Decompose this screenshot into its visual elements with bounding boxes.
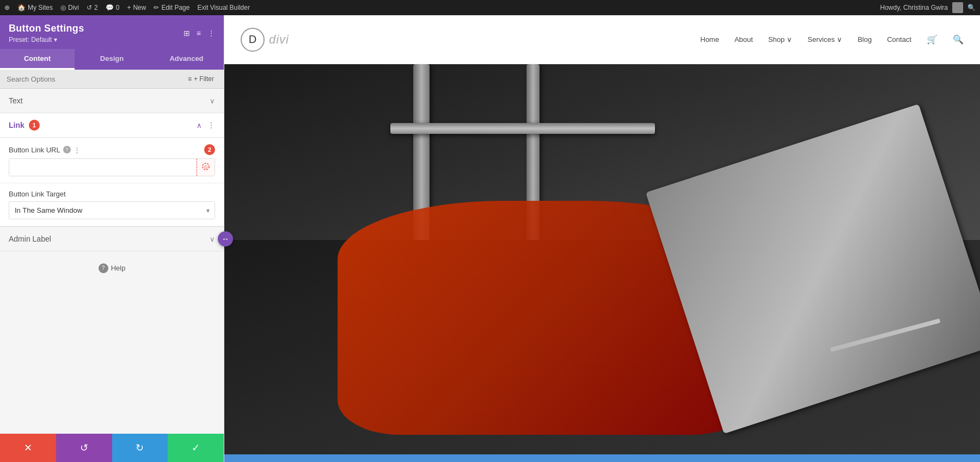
button-link-target-field: Button Link Target In The Same Window In… (0, 183, 224, 226)
link-badge: 1 (29, 120, 40, 131)
nav-shop[interactable]: Shop ∨ (768, 35, 792, 44)
pipe-3 (602, 123, 655, 134)
preset-chevron-icon: ▾ (54, 36, 57, 44)
target-field-label: Button Link Target (9, 190, 66, 198)
search-admin-icon[interactable]: 🔍 (967, 4, 976, 11)
url-dynamic-icon[interactable]: ⊙ (197, 159, 215, 176)
tab-advanced[interactable]: Advanced (149, 49, 224, 70)
help-link[interactable]: ? Help (99, 263, 126, 273)
left-panel: Button Settings Preset: Default ▾ ⊞ ≡ ⋮ … (0, 15, 224, 462)
hero-right (602, 64, 980, 454)
admin-bar: ⊕ 🏠 My Sites ◎ Divi ↺ 2 💬 0 + New ✏ Edit… (0, 0, 980, 15)
admin-bar-right: Howdy, Christina Gwira 🔍 (880, 2, 976, 13)
plus-icon: + (127, 4, 131, 11)
cart-icon[interactable]: 🛒 (927, 34, 938, 45)
help-section: ? Help (0, 251, 224, 284)
link-target-select[interactable]: In The Same Window In The New Tab (9, 201, 215, 219)
new-item[interactable]: + New (127, 4, 146, 11)
filter-button[interactable]: ≡ + Filter (185, 74, 217, 84)
search-nav-icon[interactable]: 🔍 (953, 34, 964, 45)
url-input-wrap: ⊙ (9, 158, 215, 176)
admin-label-text: Admin Label (9, 235, 51, 243)
action-bar: ✕ ↺ ↻ ✓ (0, 434, 224, 462)
site-nav-links: Home About Shop ∨ Services ∨ Blog Contac… (700, 34, 964, 45)
services-dropdown-icon: ∨ (837, 35, 842, 44)
admin-label-section[interactable]: Admin Label ∨ (0, 227, 224, 251)
blue-bar (224, 454, 980, 462)
pencil-icon: ✏ (154, 4, 159, 11)
target-label-row: Button Link Target (9, 190, 215, 198)
updates-icon: ↺ (87, 4, 92, 11)
link-header-right: ∧ ⋮ (197, 121, 215, 130)
home-icon: 🏠 (17, 4, 26, 11)
panel-more-icon[interactable]: ⋮ (207, 29, 215, 38)
text-section-chevron: ∨ (210, 97, 215, 105)
search-options-input[interactable] (7, 75, 180, 83)
button-link-url-field: Button Link URL ? ⋮ 2 ⊙ (0, 138, 224, 183)
comments-item[interactable]: 💬 0 (106, 4, 120, 11)
text-section-label: Text (9, 96, 23, 105)
user-greeting: Howdy, Christina Gwira (880, 4, 948, 11)
save-button[interactable]: ✓ (168, 434, 224, 462)
url-field-badge: 2 (204, 144, 215, 155)
nav-about[interactable]: About (734, 35, 753, 44)
redo-button[interactable]: ↻ (112, 434, 168, 462)
link-section-more-icon[interactable]: ⋮ (207, 121, 215, 130)
site-nav: D divi Home About Shop ∨ Services ∨ Blog… (224, 15, 980, 64)
tab-content[interactable]: Content (0, 49, 75, 70)
panel-grid-icon[interactable]: ⊞ (183, 29, 190, 38)
admin-label-chevron: ∨ (210, 235, 215, 243)
exit-builder-item[interactable]: Exit Visual Builder (197, 4, 250, 11)
button-link-url-input[interactable] (9, 159, 197, 175)
shop-dropdown-icon: ∨ (787, 35, 792, 44)
logo-circle: D (241, 28, 265, 52)
nav-services[interactable]: Services ∨ (807, 35, 842, 44)
divi-ring-icon: ◎ (60, 4, 66, 11)
link-section-header: Link 1 ∧ ⋮ (0, 113, 224, 138)
nav-blog[interactable]: Blog (857, 35, 872, 44)
site-logo: D divi (241, 28, 289, 52)
updates-item[interactable]: ↺ 2 (87, 4, 98, 11)
tab-design[interactable]: Design (75, 49, 149, 70)
button-link-url-help-icon[interactable]: ? (63, 146, 71, 153)
panel-preset[interactable]: Preset: Default ▾ (9, 36, 84, 44)
panel-layout-icon[interactable]: ≡ (197, 29, 201, 38)
link-target-select-wrap: In The Same Window In The New Tab (9, 201, 215, 219)
hero-section: Divi Plumbing Services Etiam quis blandi… (224, 64, 980, 454)
text-section[interactable]: Text ∨ (0, 89, 224, 113)
edit-page-item[interactable]: ✏ Edit Page (154, 4, 189, 11)
link-section: Link 1 ∧ ⋮ Button Link URL ? ⋮ (0, 113, 224, 227)
filter-icon: ≡ (188, 75, 192, 83)
field-label: Button Link URL ? ⋮ (9, 146, 81, 154)
cancel-button[interactable]: ✕ (0, 434, 56, 462)
wordpress-icon-item[interactable]: ⊕ (4, 4, 10, 11)
panel-title: Button Settings (9, 23, 84, 34)
user-avatar (952, 2, 963, 13)
link-title-wrap: Link 1 (9, 120, 40, 131)
nav-home[interactable]: Home (700, 35, 719, 44)
panel-header: Button Settings Preset: Default ▾ ⊞ ≡ ⋮ (0, 15, 224, 49)
right-side: D divi Home About Shop ∨ Services ∨ Blog… (224, 15, 980, 462)
field-label-row: Button Link URL ? ⋮ 2 (9, 144, 215, 155)
panel-tabs: Content Design Advanced (0, 49, 224, 70)
my-sites-item[interactable]: 🏠 My Sites (17, 4, 53, 11)
field-dots-icon[interactable]: ⋮ (74, 146, 81, 154)
wordpress-icon: ⊕ (4, 4, 10, 11)
svg-text:⊙: ⊙ (204, 164, 208, 170)
divi-item[interactable]: ◎ Divi (60, 4, 79, 11)
help-circle-icon: ? (99, 263, 108, 273)
hero-image (602, 64, 980, 454)
undo-button[interactable]: ↺ (56, 434, 112, 462)
link-section-title: Link (9, 121, 24, 130)
nav-contact[interactable]: Contact (887, 35, 911, 44)
link-section-collapse-icon[interactable]: ∧ (197, 121, 202, 130)
comments-icon: 💬 (106, 4, 114, 11)
logo-text: divi (269, 33, 289, 47)
collapse-panel-button[interactable]: ↔ (218, 231, 233, 247)
panel-content: Text ∨ Link 1 ∧ ⋮ (0, 89, 224, 434)
search-bar: ≡ + Filter (0, 70, 224, 89)
